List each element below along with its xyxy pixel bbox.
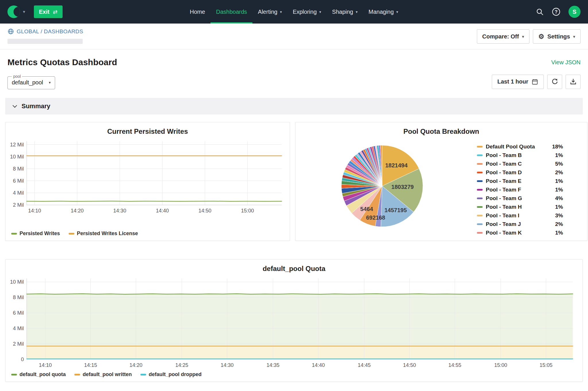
svg-text:4 Mil: 4 Mil	[13, 190, 24, 196]
pie-legend-row[interactable]: Default Pool Quota18%	[477, 142, 563, 151]
pie-legend-row[interactable]: Pool - Team D2%	[477, 168, 563, 177]
legend-percent: 1%	[555, 204, 563, 210]
legend-percent: 18%	[552, 144, 563, 150]
legend-swatch	[11, 374, 17, 375]
nav-item-shaping[interactable]: Shaping ▾	[327, 0, 363, 24]
svg-text:5464: 5464	[360, 206, 373, 212]
time-range-label: Last 1 hour	[497, 78, 528, 85]
svg-text:14:10: 14:10	[28, 208, 41, 214]
settings-button[interactable]: ⚙ Settings ▾	[533, 29, 581, 44]
pie-area: 1821494180327914571955464692168 Default …	[299, 138, 584, 237]
exit-button[interactable]: Exit ⇄	[34, 5, 63, 18]
chevron-down-icon: ▾	[396, 10, 398, 14]
legend-percent: 5%	[555, 161, 563, 167]
legend-percent: 4%	[555, 195, 563, 202]
line-chart-persisted-writes[interactable]: 2 Mil4 Mil6 Mil8 Mil10 Mil12 Mil14:1014:…	[9, 138, 286, 216]
legend-swatch	[477, 189, 483, 191]
calendar-icon	[531, 78, 538, 85]
pie-legend-row[interactable]: Pool - Team I3%	[477, 211, 563, 220]
pool-select[interactable]: pool default_pool ▾	[7, 74, 55, 89]
time-range-button[interactable]: Last 1 hour	[492, 75, 544, 89]
svg-text:2 Mil: 2 Mil	[13, 202, 24, 208]
chart-legend-item[interactable]: default_pool quota	[11, 371, 66, 378]
pool-select-value: default_pool	[12, 79, 43, 86]
legend-swatch	[477, 163, 483, 165]
chart-legend-item[interactable]: Persisted Writes	[11, 231, 60, 237]
chevron-down-icon: ▾	[356, 10, 358, 14]
main-nav: Home Dashboards Alerting ▾ Exploring ▾ S…	[184, 0, 404, 24]
nav-label: Shaping	[332, 9, 353, 15]
chart-legend-item[interactable]: default_pool written	[74, 371, 132, 378]
legend-percent: 2%	[555, 221, 563, 227]
chart-legend-item[interactable]: default_pool dropped	[140, 371, 202, 378]
legend-label: default_pool quota	[20, 371, 66, 378]
legend-label: Persisted Writes License	[77, 231, 138, 237]
pie-legend-row[interactable]: Pool - Team J2%	[477, 220, 563, 229]
chevron-down-icon	[13, 103, 17, 108]
chevron-down-icon: ▾	[280, 10, 282, 14]
legend-label: Pool - Team E	[486, 178, 521, 184]
pie-legend-row[interactable]: Pool - Team C5%	[477, 160, 563, 168]
legend-swatch	[11, 233, 17, 235]
chevron-down-icon: ▾	[573, 34, 575, 39]
svg-text:10 Mil: 10 Mil	[10, 154, 24, 160]
nav-item-alerting[interactable]: Alerting ▾	[252, 0, 287, 24]
pie-chart-pool-quota[interactable]: 1821494180327914571955464692168	[299, 138, 477, 231]
svg-text:14:50: 14:50	[198, 208, 211, 214]
chevron-down-icon[interactable]: ▾	[23, 9, 25, 14]
refresh-icon	[551, 78, 559, 86]
svg-text:4 Mil: 4 Mil	[13, 326, 24, 331]
pie-legend: Default Pool Quota18%Pool - Team B1%Pool…	[477, 142, 563, 237]
nav-item-managing[interactable]: Managing ▾	[363, 0, 404, 24]
legend-label: Pool - Team B	[486, 152, 522, 158]
compare-label: Compare: Off	[482, 33, 519, 40]
nav-item-exploring[interactable]: Exploring ▾	[287, 0, 327, 24]
svg-text:2 Mil: 2 Mil	[13, 341, 24, 347]
legend-percent: 2%	[555, 169, 563, 176]
line-chart-default-pool-quota[interactable]: 02 Mil4 Mil6 Mil8 Mil10 Mil14:1014:1514:…	[9, 276, 577, 370]
section-title: Summary	[22, 102, 50, 110]
loading-skeleton-bar	[7, 39, 83, 44]
svg-text:12 Mil: 12 Mil	[10, 142, 24, 148]
svg-text:14:55: 14:55	[448, 362, 461, 368]
user-avatar[interactable]: S	[568, 6, 581, 18]
title-row: Metrics Quotas Dashboard View JSON	[0, 49, 588, 67]
pie-legend-row[interactable]: Pool - Team G4%	[477, 194, 563, 203]
nav-right: ? S	[536, 6, 581, 18]
legend-swatch	[140, 374, 146, 375]
nav-item-dashboards[interactable]: Dashboards	[210, 0, 252, 24]
settings-label: Settings	[548, 33, 570, 40]
pie-legend-row[interactable]: Pool - Team H1%	[477, 203, 563, 211]
view-json-link[interactable]: View JSON	[551, 59, 581, 66]
nav-label: Alerting	[258, 9, 277, 15]
page-title: Metrics Quotas Dashboard	[7, 57, 117, 67]
controls-row: pool default_pool ▾ Last 1 hour	[0, 67, 588, 89]
nav-item-home[interactable]: Home	[184, 0, 210, 24]
breadcrumb-label: GLOBAL / DASHBOARDS	[17, 28, 83, 35]
app-logo[interactable]	[7, 5, 20, 18]
refresh-button[interactable]	[547, 75, 562, 89]
pie-legend-row[interactable]: Pool - Team F1%	[477, 185, 563, 194]
download-button[interactable]	[566, 75, 581, 89]
legend-label: Pool - Team K	[486, 230, 522, 236]
breadcrumb[interactable]: GLOBAL / DASHBOARDS	[7, 28, 83, 35]
legend-label: default_pool dropped	[149, 371, 202, 378]
chart-card-pool-quota-breakdown: Pool Quota Breakdown 1821494180327914571…	[295, 122, 587, 241]
legend-swatch	[477, 198, 483, 199]
pie-legend-row[interactable]: Pool - Team B1%	[477, 151, 563, 160]
svg-text:14:40: 14:40	[312, 362, 325, 368]
help-icon[interactable]: ?	[552, 7, 560, 16]
svg-text:8 Mil: 8 Mil	[13, 166, 24, 172]
pie-legend-row[interactable]: Pool - Team E1%	[477, 177, 563, 185]
pie-legend-row[interactable]: Pool - Team K1%	[477, 229, 563, 237]
breadcrumb-area: GLOBAL / DASHBOARDS	[7, 28, 83, 44]
chevron-down-icon: ▾	[522, 34, 524, 39]
chart-card-persisted-writes: Current Persisted Writes 2 Mil4 Mil6 Mil…	[5, 122, 290, 241]
compare-button[interactable]: Compare: Off ▾	[477, 29, 529, 44]
chart-legend-item[interactable]: Persisted Writes License	[69, 231, 138, 237]
legend-percent: 1%	[555, 230, 563, 236]
chart-legend: Persisted WritesPersisted Writes License	[9, 229, 286, 237]
logo-area: ▾	[7, 5, 25, 18]
summary-section-header[interactable]: Summary	[5, 98, 583, 115]
search-icon[interactable]	[536, 8, 544, 16]
